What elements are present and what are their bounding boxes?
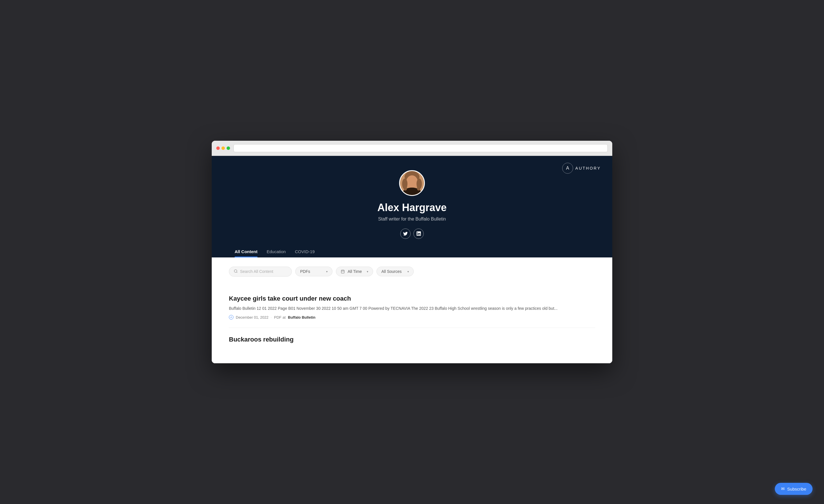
avatar-container xyxy=(217,170,607,196)
article-title[interactable]: Buckaroos rebuilding xyxy=(229,336,595,343)
social-links xyxy=(217,228,607,239)
authory-logo[interactable]: A AUTHORY xyxy=(562,163,601,174)
hero-section: A AUTHORY xyxy=(212,156,612,258)
article-item: Kaycee girls take court under new coach … xyxy=(229,287,595,328)
browser-chrome xyxy=(212,141,612,156)
svg-point-9 xyxy=(234,270,237,272)
traffic-lights xyxy=(216,146,230,150)
subscribe-label: Subscribe xyxy=(787,487,806,491)
sources-chevron-icon: ▾ xyxy=(407,270,409,273)
tab-all-content[interactable]: All Content xyxy=(235,249,258,258)
content-section: Search All Content PDFs ▾ xyxy=(212,258,612,363)
search-placeholder: Search All Content xyxy=(240,269,273,274)
meta-separator: · xyxy=(271,315,272,319)
twitter-button[interactable] xyxy=(400,228,411,239)
time-chevron-icon: ▾ xyxy=(367,270,368,273)
close-button[interactable] xyxy=(216,146,220,150)
sources-dropdown[interactable]: All Sources ▾ xyxy=(377,267,414,276)
linkedin-button[interactable] xyxy=(413,228,424,239)
svg-rect-7 xyxy=(404,181,407,191)
address-bar[interactable] xyxy=(233,144,608,152)
profile-name: Alex Hargrave xyxy=(217,202,607,214)
search-icon xyxy=(234,269,238,274)
filter-bar: Search All Content PDFs ▾ xyxy=(229,267,595,277)
article-title[interactable]: Kaycee girls take court under new coach xyxy=(229,295,595,302)
article-excerpt: Buffalo Bulletin 12 01 2022 Page B01 Nov… xyxy=(229,305,595,311)
svg-line-10 xyxy=(237,272,237,273)
maximize-button[interactable] xyxy=(227,146,230,150)
search-input-wrapper[interactable]: Search All Content xyxy=(229,267,292,277)
article-source: Buffalo Bulletin xyxy=(288,315,315,319)
tabs-bar: All Content Education COVID-19 xyxy=(217,249,607,258)
svg-rect-8 xyxy=(417,181,420,191)
avatar xyxy=(399,170,425,196)
authory-logo-text: AUTHORY xyxy=(576,166,601,171)
tab-covid19[interactable]: COVID-19 xyxy=(295,249,315,258)
article-item: Buckaroos rebuilding xyxy=(229,328,595,354)
minimize-button[interactable] xyxy=(221,146,225,150)
tab-education[interactable]: Education xyxy=(267,249,286,258)
authory-small-icon: A xyxy=(229,315,233,319)
article-date: December 01, 2022 xyxy=(236,315,269,319)
pdfs-dropdown[interactable]: PDFs ▾ xyxy=(295,267,332,276)
svg-rect-11 xyxy=(341,270,344,274)
page-content: A AUTHORY xyxy=(212,156,612,363)
subscribe-button[interactable]: ✉ Subscribe xyxy=(775,483,813,495)
time-dropdown[interactable]: All Time ▾ xyxy=(336,267,373,276)
subscribe-icon: ✉ xyxy=(781,486,785,491)
article-type: PDF at xyxy=(274,315,286,319)
article-meta: A December 01, 2022 · PDF at Buffalo Bul… xyxy=(229,315,595,319)
pdfs-chevron-icon: ▾ xyxy=(326,270,328,273)
authory-logo-icon: A xyxy=(562,163,573,174)
browser-window: A AUTHORY xyxy=(212,141,612,363)
svg-point-2 xyxy=(406,175,418,189)
profile-bio: Staff writer for the Buffalo Bulletin xyxy=(217,216,607,222)
